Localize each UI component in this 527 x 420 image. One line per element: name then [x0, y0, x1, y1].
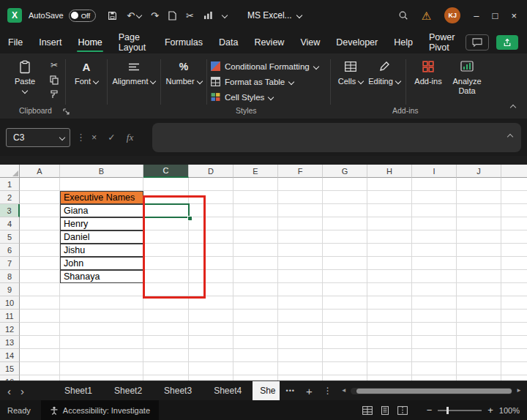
- tab-review[interactable]: Review: [246, 31, 292, 53]
- zoom-slider-thumb[interactable]: [446, 407, 449, 414]
- column-header-J[interactable]: J: [457, 165, 501, 178]
- cell-G9[interactable]: [323, 283, 367, 296]
- cell-B1[interactable]: [60, 178, 143, 191]
- cell-F13[interactable]: [278, 336, 323, 349]
- column-header-E[interactable]: E: [233, 165, 278, 178]
- cell-H3[interactable]: [367, 204, 412, 217]
- column-header-H[interactable]: H: [367, 165, 412, 178]
- cell-B8[interactable]: Shanaya: [60, 270, 143, 283]
- row-header-1[interactable]: 1: [0, 178, 20, 191]
- tab-home[interactable]: Home: [70, 31, 110, 53]
- cell-H16[interactable]: [367, 375, 412, 380]
- cell-I11[interactable]: [412, 310, 457, 323]
- cell-E2[interactable]: [233, 191, 278, 204]
- scroll-right-icon[interactable]: ►: [516, 388, 522, 394]
- cell-H8[interactable]: [367, 270, 412, 283]
- cell-G14[interactable]: [323, 349, 367, 362]
- horizontal-scrollbar[interactable]: ◄ ►: [341, 388, 522, 394]
- cell-D10[interactable]: [189, 296, 233, 310]
- cell-J14[interactable]: [457, 349, 501, 362]
- cell-A5[interactable]: [20, 230, 60, 244]
- cell-H14[interactable]: [367, 349, 412, 362]
- cell-A15[interactable]: [20, 362, 60, 375]
- row-header-7[interactable]: 7: [0, 257, 20, 270]
- cell-E6[interactable]: [233, 244, 278, 257]
- cell-C5[interactable]: [143, 230, 189, 244]
- cell-D5[interactable]: [189, 230, 233, 244]
- cell-G13[interactable]: [323, 336, 367, 349]
- cell-clipped-13[interactable]: [501, 336, 527, 349]
- row-header-5[interactable]: 5: [0, 230, 20, 244]
- page-layout-view-icon[interactable]: [381, 406, 389, 415]
- cell-F3[interactable]: [278, 204, 323, 217]
- sheet-tab-sheet2[interactable]: Sheet2: [103, 381, 153, 400]
- cell-F11[interactable]: [278, 310, 323, 323]
- cell-F9[interactable]: [278, 283, 323, 296]
- cell-B10[interactable]: [60, 296, 143, 310]
- qat-overflow-button[interactable]: [223, 13, 227, 18]
- cell-G12[interactable]: [323, 323, 367, 336]
- cell-A7[interactable]: [20, 257, 60, 270]
- cell-G3[interactable]: [323, 204, 367, 217]
- cell-E1[interactable]: [233, 178, 278, 191]
- cell-A6[interactable]: [20, 244, 60, 257]
- cell-I12[interactable]: [412, 323, 457, 336]
- cell-clipped-6[interactable]: [501, 244, 527, 257]
- next-sheet-icon[interactable]: ›: [20, 386, 24, 397]
- cell-G5[interactable]: [323, 230, 367, 244]
- sheet-tab-active[interactable]: She: [253, 381, 279, 400]
- cell-I4[interactable]: [412, 217, 457, 230]
- fill-handle[interactable]: [187, 216, 193, 221]
- column-header-clipped[interactable]: [501, 165, 527, 178]
- cell-clipped-11[interactable]: [501, 310, 527, 323]
- row-header-8[interactable]: 8: [0, 270, 20, 283]
- cell-H15[interactable]: [367, 362, 412, 375]
- cell-D12[interactable]: [189, 323, 233, 336]
- cell-F12[interactable]: [278, 323, 323, 336]
- cell-A1[interactable]: [20, 178, 60, 191]
- row-header-14[interactable]: 14: [0, 349, 20, 362]
- cell-D15[interactable]: [189, 362, 233, 375]
- cell-F7[interactable]: [278, 257, 323, 270]
- cell-I13[interactable]: [412, 336, 457, 349]
- cell-D14[interactable]: [189, 349, 233, 362]
- all-sheets-icon[interactable]: ⋮: [324, 386, 332, 396]
- cell-I7[interactable]: [412, 257, 457, 270]
- cell-C16[interactable]: [143, 375, 189, 380]
- cell-I9[interactable]: [412, 283, 457, 296]
- conditional-formatting-button[interactable]: Conditional Formatting: [211, 60, 326, 72]
- cell-D11[interactable]: [189, 310, 233, 323]
- cell-H10[interactable]: [367, 296, 412, 310]
- cell-B5[interactable]: Daniel: [60, 230, 143, 244]
- cell-C15[interactable]: [143, 362, 189, 375]
- analyze-data-button[interactable]: Analyze Data: [446, 59, 487, 95]
- tab-help[interactable]: Help: [386, 31, 421, 53]
- zoom-out-button[interactable]: −: [427, 405, 433, 415]
- cell-J8[interactable]: [457, 270, 501, 283]
- cell-G7[interactable]: [323, 257, 367, 270]
- cell-B6[interactable]: Jishu: [60, 244, 143, 257]
- tab-view[interactable]: View: [292, 31, 328, 53]
- new-sheet-button[interactable]: +: [306, 386, 313, 397]
- clipboard-dialog-launcher-icon[interactable]: [63, 108, 70, 115]
- zoom-in-button[interactable]: +: [487, 405, 493, 415]
- cell-C6[interactable]: [143, 244, 189, 257]
- cut-icon[interactable]: ✂: [51, 60, 58, 70]
- cell-J16[interactable]: [457, 375, 501, 380]
- cell-J1[interactable]: [457, 178, 501, 191]
- name-box-dropdown-icon[interactable]: [59, 134, 65, 140]
- cell-J10[interactable]: [457, 296, 501, 310]
- cell-D1[interactable]: [189, 178, 233, 191]
- copy-icon[interactable]: [50, 75, 59, 85]
- formula-input[interactable]: [152, 123, 521, 152]
- cell-B14[interactable]: [60, 349, 143, 362]
- cell-C10[interactable]: [143, 296, 189, 310]
- cell-D7[interactable]: [189, 257, 233, 270]
- row-header-3[interactable]: 3: [0, 204, 20, 217]
- cell-A9[interactable]: [20, 283, 60, 296]
- document-icon[interactable]: [168, 11, 176, 20]
- cell-I6[interactable]: [412, 244, 457, 257]
- cell-G4[interactable]: [323, 217, 367, 230]
- cell-I10[interactable]: [412, 296, 457, 310]
- cell-H6[interactable]: [367, 244, 412, 257]
